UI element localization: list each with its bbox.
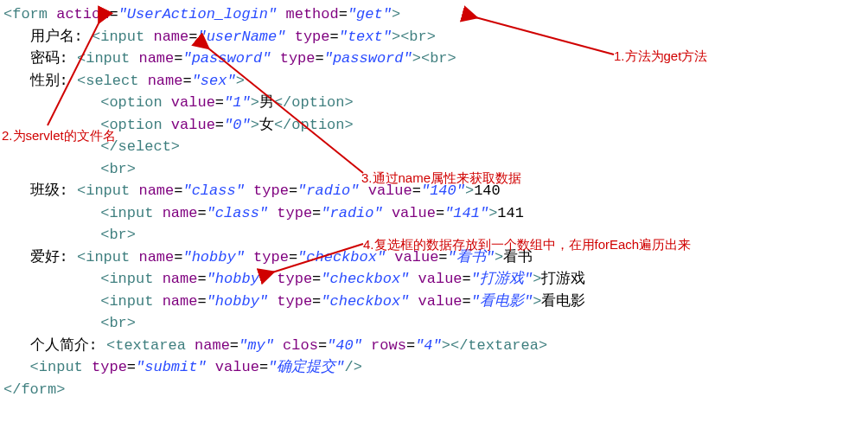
arrow-2-icon (35, 17, 112, 130)
svg-line-3 (272, 244, 363, 272)
arrow-4-icon (268, 242, 372, 277)
svg-line-2 (207, 48, 363, 173)
arrow-3-icon (199, 43, 372, 177)
arrow-1-icon (467, 13, 622, 61)
svg-line-0 (475, 17, 614, 54)
annotation-2: 2.为servlet的文件名 (2, 126, 116, 146)
annotation-4: 4.复选框的数据存放到一个数组中，在用forEach遍历出来 (363, 235, 691, 255)
code-block: <form action="UserAction_login" method="… (3, 3, 865, 400)
svg-line-1 (48, 22, 99, 125)
annotation-1: 1.方法为get方法 (614, 47, 707, 67)
annotation-3: 3.通过name属性来获取数据 (361, 169, 521, 189)
